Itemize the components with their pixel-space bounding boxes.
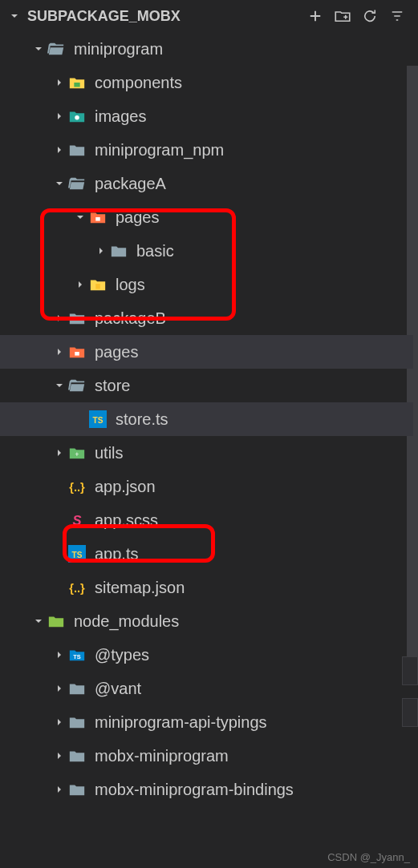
collapse-icon[interactable] — [389, 8, 405, 24]
side-tab[interactable] — [402, 698, 418, 727]
item-label: pages — [95, 343, 139, 361]
folder-grey-icon — [67, 780, 87, 799]
tree-item[interactable]: miniprogram-api-typings — [0, 705, 413, 739]
item-label: components — [95, 74, 182, 92]
tree-item[interactable]: store — [0, 369, 413, 402]
chevron-right-icon — [51, 344, 67, 360]
folder-green-icon — [67, 73, 87, 92]
folder-green2-icon: + — [67, 443, 87, 462]
explorer-header: SUBPACKAGE_MOBX — [0, 0, 418, 32]
folder-orange-icon — [88, 208, 108, 227]
tree-item[interactable]: basic — [0, 234, 413, 268]
svg-text:TS: TS — [93, 416, 103, 425]
svg-text:TS: TS — [73, 653, 80, 660]
item-label: app.ts — [95, 545, 138, 563]
json-icon: {..} — [67, 477, 87, 496]
item-label: @vant — [95, 680, 141, 698]
svg-text:+: + — [75, 451, 79, 458]
tree-item[interactable]: @vant — [0, 672, 413, 705]
tree-item[interactable]: TS@types — [0, 638, 413, 672]
folder-open-icon — [67, 376, 87, 395]
tree-item[interactable]: mobx-miniprogram — [0, 739, 413, 773]
refresh-icon[interactable] — [362, 8, 378, 24]
tree-item[interactable]: miniprogram_npm — [0, 133, 413, 167]
chevron-right-icon — [51, 680, 67, 696]
node-modules-icon — [47, 612, 66, 631]
svg-text:{..}: {..} — [69, 481, 85, 494]
item-label: mobx-miniprogram-bindings — [95, 781, 294, 799]
tree-item[interactable]: components — [0, 66, 413, 99]
svg-rect-0 — [74, 83, 79, 87]
item-label: images — [95, 107, 146, 126]
folder-open-icon — [47, 39, 66, 59]
item-label: pages — [116, 208, 160, 227]
folder-open-icon — [67, 174, 87, 193]
folder-yellow-icon — [88, 275, 108, 294]
watermark: CSDN @_Jyann_ — [327, 851, 410, 863]
tree-folder-node-modules[interactable]: node_modules — [0, 604, 413, 638]
folder-grey-icon — [67, 746, 87, 765]
tree-item[interactable]: images — [0, 99, 413, 133]
svg-text:TS: TS — [72, 551, 83, 559]
item-label: utils — [95, 444, 124, 462]
tree-item[interactable]: logs — [0, 268, 413, 301]
chevron-right-icon — [51, 75, 67, 91]
new-folder-icon[interactable] — [335, 8, 351, 24]
chevron-right-icon — [72, 277, 88, 293]
chevron-right-icon — [51, 445, 67, 461]
chevron-right-icon — [51, 748, 67, 764]
chevron-right-icon — [51, 781, 67, 797]
folder-teal-icon — [67, 107, 87, 126]
tree-item[interactable]: TSapp.ts — [0, 537, 413, 571]
chevron-right-icon — [51, 714, 67, 730]
item-label: app.json — [95, 478, 156, 496]
folder-grey-icon — [67, 679, 87, 698]
ts-folder-icon: TS — [67, 645, 87, 664]
chevron-down-icon — [51, 176, 67, 192]
chevron-right-icon — [93, 243, 109, 259]
chevron-down-icon — [30, 613, 47, 629]
file-tree: miniprogram componentsimagesminiprogram_… — [0, 32, 418, 868]
chevron-right-icon — [51, 142, 67, 158]
item-label: miniprogram-api-typings — [95, 713, 267, 732]
tree-item[interactable]: packageB — [0, 301, 413, 335]
tree-folder-miniprogram[interactable]: miniprogram — [0, 32, 413, 66]
item-label: app.scss — [95, 511, 158, 530]
item-label: mobx-miniprogram — [95, 747, 229, 765]
tree-item[interactable]: pages — [0, 335, 413, 369]
item-label: packageB — [95, 309, 166, 328]
item-label: logs — [116, 276, 145, 294]
ts-icon: TS — [67, 544, 87, 563]
folder-grey-icon — [67, 713, 87, 732]
tree-item[interactable]: Sapp.scss — [0, 503, 413, 537]
svg-text:S: S — [72, 513, 81, 527]
item-label: store.ts — [116, 410, 168, 429]
chevron-down-icon[interactable] — [6, 8, 22, 24]
tree-item[interactable]: +utils — [0, 436, 413, 470]
new-file-icon[interactable] — [307, 8, 323, 24]
chevron-down-icon — [30, 41, 47, 57]
tree-item[interactable]: {..}app.json — [0, 470, 413, 503]
item-label: packageA — [95, 175, 166, 193]
tree-item[interactable]: packageA — [0, 167, 413, 200]
side-panel-tabs — [402, 656, 418, 740]
folder-grey-icon — [67, 309, 87, 328]
chevron-right-icon — [51, 108, 67, 124]
tree-item[interactable]: TSstore.ts — [0, 402, 413, 436]
svg-rect-2 — [95, 284, 100, 289]
folder-grey-icon — [67, 140, 87, 159]
tree-item[interactable]: mobx-miniprogram-bindings — [0, 773, 413, 806]
tree-item[interactable]: {..}sitemap.json — [0, 571, 413, 604]
folder-orange-icon — [67, 342, 87, 361]
tree-item[interactable]: pages — [0, 200, 413, 234]
item-label: @types — [95, 646, 149, 664]
side-tab[interactable] — [402, 656, 418, 685]
ts-icon: TS — [88, 410, 108, 429]
folder-label: node_modules — [74, 612, 179, 631]
svg-point-1 — [75, 115, 79, 120]
item-label: miniprogram_npm — [95, 141, 224, 159]
scss-icon: S — [67, 511, 87, 530]
folder-label: miniprogram — [74, 40, 163, 59]
chevron-right-icon — [51, 310, 67, 326]
chevron-down-icon — [51, 377, 67, 394]
